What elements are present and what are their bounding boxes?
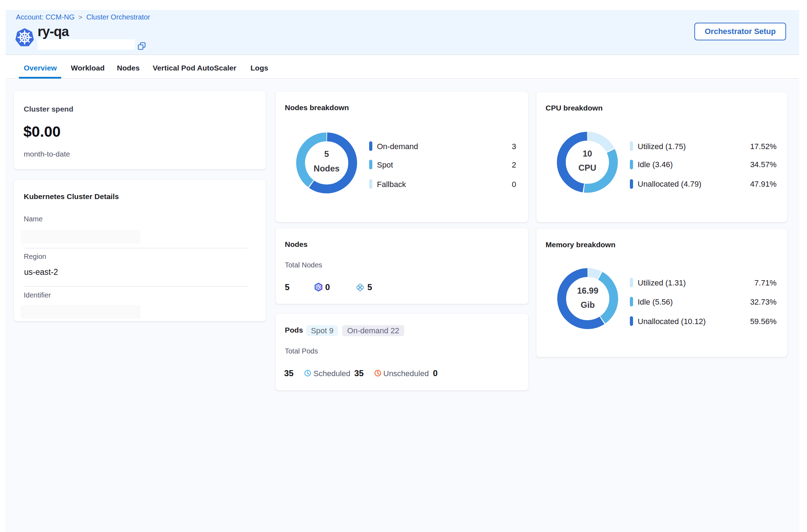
svg-text:K: K [317, 285, 320, 289]
